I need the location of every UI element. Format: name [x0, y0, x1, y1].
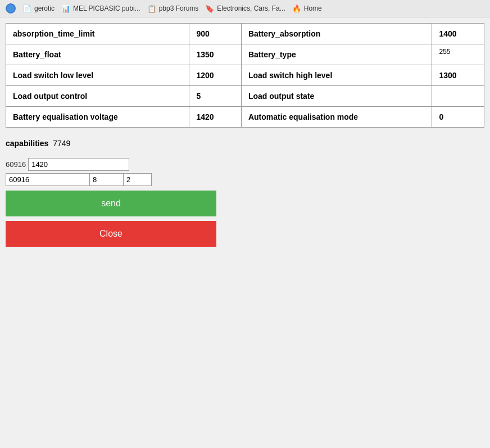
browser-chrome: 📄 gerotic 📊 MEL PICBASIC pubi... 📋 pbp3 … — [0, 0, 490, 17]
row-1-left-label: Battery_float — [6, 44, 189, 65]
inp-val-input[interactable] — [124, 173, 152, 186]
inp-addr-input[interactable] — [6, 173, 90, 186]
tab-mel-icon: 📊 — [61, 4, 70, 13]
close-button[interactable]: Close — [6, 221, 216, 247]
tab-home-label: Home — [304, 4, 322, 12]
row-2-right-value: 1300 — [432, 65, 484, 86]
tab-pbp3[interactable]: 📋 pbp3 Forums — [147, 4, 199, 13]
tab-mel-label: MEL PICBASIC pubi... — [73, 4, 140, 12]
input-area: 60916 — [6, 158, 484, 186]
browser-indicator — [6, 3, 16, 13]
row-1-right-label: Battery_type — [241, 44, 432, 65]
inp-mid-input[interactable] — [90, 173, 124, 186]
row-0-left-label: absorption_time_limit — [6, 24, 189, 44]
row-2-left-label: Load switch low level — [6, 65, 189, 86]
row-4-right-label: Automatic equalisation mode — [241, 107, 432, 128]
table-row: Battery equalisation voltage1420Automati… — [6, 107, 484, 128]
tab-home-icon: 🔥 — [292, 4, 301, 13]
input-row-1: 60916 — [6, 158, 484, 171]
row-4-right-value: 0 — [432, 107, 484, 128]
row-0-left-value: 900 — [189, 24, 242, 44]
tab-mel[interactable]: 📊 MEL PICBASIC pubi... — [61, 4, 140, 13]
row-0-right-value: 1400 — [432, 24, 484, 44]
tab-pbp3-icon: 📋 — [147, 4, 156, 13]
row-0-right-label: Battery_absorption — [241, 24, 432, 44]
field1-input[interactable] — [28, 158, 129, 171]
tab-home[interactable]: 🔥 Home — [292, 4, 322, 13]
input-row-2 — [6, 173, 484, 186]
data-table: absorption_time_limit900Battery_absorpti… — [6, 23, 484, 128]
row-3-right-value — [432, 86, 484, 107]
tab-gerotic-label: gerotic — [34, 4, 55, 12]
row-3-left-label: Load output control — [6, 86, 189, 107]
row-3-right-label: Load output state — [241, 86, 432, 107]
tab-electronics-label: Electronics, Cars, Fa... — [217, 4, 285, 12]
row-2-left-value: 1200 — [189, 65, 242, 86]
addr-label: 60916 — [6, 160, 26, 169]
main-content: absorption_time_limit900Battery_absorpti… — [0, 17, 490, 252]
capabilities-row: capabilities 7749 — [6, 137, 484, 150]
capabilities-label: capabilities — [6, 139, 48, 148]
row-3-left-value: 5 — [189, 86, 242, 107]
table-row: Load output control5Load output state — [6, 86, 484, 107]
capabilities-value: 7749 — [53, 139, 70, 148]
row-2-right-label: Load switch high level — [241, 65, 432, 86]
tab-electronics-icon: 🔖 — [205, 4, 214, 13]
table-row: absorption_time_limit900Battery_absorpti… — [6, 24, 484, 44]
row-4-left-label: Battery equalisation voltage — [6, 107, 189, 128]
tab-pbp3-label: pbp3 Forums — [159, 4, 199, 12]
row-4-left-value: 1420 — [189, 107, 242, 128]
send-button[interactable]: send — [6, 191, 216, 216]
table-row: Load switch low level1200Load switch hig… — [6, 65, 484, 86]
tab-electronics[interactable]: 🔖 Electronics, Cars, Fa... — [205, 4, 285, 13]
row-1-right-value: 255 — [432, 44, 484, 65]
row-1-left-value: 1350 — [189, 44, 242, 65]
tab-gerotic-icon: 📄 — [22, 4, 31, 13]
table-row: Battery_float1350Battery_type255 — [6, 44, 484, 65]
tab-gerotic[interactable]: 📄 gerotic — [22, 4, 55, 13]
